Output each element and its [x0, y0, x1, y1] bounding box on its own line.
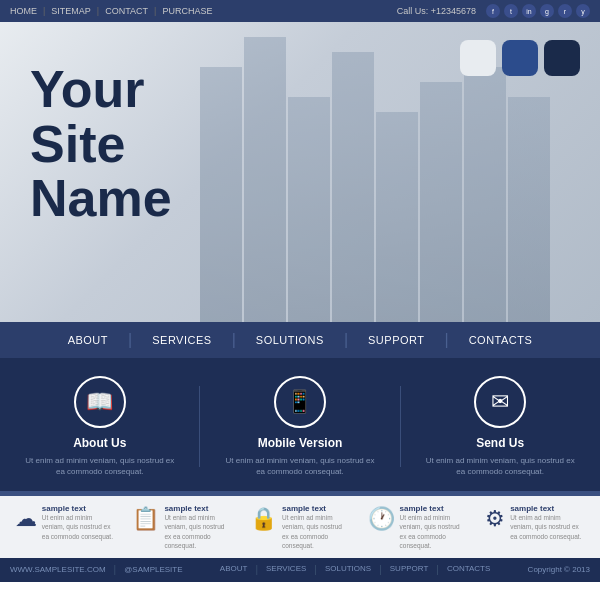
footer-sep-social: |	[114, 564, 117, 575]
main-navigation: ABOUT | SERVICES | SOLUTIONS | SUPPORT |…	[0, 322, 600, 358]
footer-copyright: Copyright © 2013	[528, 565, 590, 574]
swatch-light[interactable]	[460, 40, 496, 76]
clock-body: Ut enim ad minim veniam, quis nostrud ex…	[400, 513, 468, 549]
features-section: 📖 About Us Ut enim ad minim veniam, quis…	[0, 358, 600, 491]
mobile-text: Ut enim ad minim veniam, quis nostrud ex…	[220, 455, 380, 477]
building-6	[420, 82, 462, 322]
building-7	[464, 67, 506, 322]
title-line2: Site	[30, 117, 172, 172]
nav-solutions[interactable]: SOLUTIONS	[236, 322, 344, 358]
sep3: |	[154, 6, 156, 16]
social-youtube-icon[interactable]: y	[576, 4, 590, 18]
nav-sitemap[interactable]: SITEMAP	[51, 6, 91, 16]
social-facebook-icon[interactable]: f	[486, 4, 500, 18]
icon-item-gear: ⚙ sample text Ut enim ad minim veniam, q…	[485, 504, 585, 540]
footer-nav-services[interactable]: SERVICES	[266, 564, 306, 575]
clock-icon: 🕐	[368, 506, 395, 532]
icon-item-lock: 🔒 sample text Ut enim ad minim veniam, q…	[250, 504, 350, 549]
lock-title: sample text	[282, 504, 350, 513]
hero-section: Your Site Name	[0, 22, 600, 322]
title-line1: Your	[30, 62, 172, 117]
hero-content: Your Site Name	[30, 62, 172, 226]
social-twitter-icon[interactable]: t	[504, 4, 518, 18]
sep2: |	[97, 6, 99, 16]
nav-about[interactable]: ABOUT	[48, 322, 128, 358]
icon-item-time: 🕐 sample text Ut enim ad minim veniam, q…	[368, 504, 468, 549]
icon-item-cloud: ☁ sample text Ut enim ad minim veniam, q…	[15, 504, 115, 540]
send-title: Send Us	[476, 436, 524, 450]
feature-about: 📖 About Us Ut enim ad minim veniam, quis…	[20, 376, 180, 477]
cloud-icon: ☁	[15, 506, 37, 532]
footer-nav-solutions[interactable]: SOLUTIONS	[325, 564, 371, 575]
footer-nav: ABOUT | SERVICES | SOLUTIONS | SUPPORT |…	[220, 564, 490, 575]
gear-title: sample text	[510, 504, 585, 513]
site-title: Your Site Name	[30, 62, 172, 226]
lock-body: Ut enim ad minim veniam, quis nostrud ex…	[282, 513, 350, 549]
send-icon: ✉	[474, 376, 526, 428]
nav-services[interactable]: SERVICES	[132, 322, 231, 358]
about-title: About Us	[73, 436, 126, 450]
about-text: Ut enim ad minim veniam, quis nostrud ex…	[20, 455, 180, 477]
phone-number: Call Us: +12345678	[397, 6, 476, 16]
doc-title: sample text	[164, 504, 232, 513]
nav-home[interactable]: HOME	[10, 6, 37, 16]
feature-divider-2	[400, 386, 401, 467]
footer-nav-contacts[interactable]: CONTACTS	[447, 564, 490, 575]
top-nav[interactable]: HOME | SITEMAP | CONTACT | PURCHASE	[10, 6, 212, 16]
top-bar: HOME | SITEMAP | CONTACT | PURCHASE Call…	[0, 0, 600, 22]
footer-nav-support[interactable]: SUPPORT	[390, 564, 429, 575]
nav-purchase[interactable]: PURCHASE	[162, 6, 212, 16]
top-bar-right: Call Us: +12345678 f t in g r y	[397, 4, 590, 18]
feature-send: ✉ Send Us Ut enim ad minim veniam, quis …	[420, 376, 580, 477]
gear-body: Ut enim ad minim veniam, quis nostrud ex…	[510, 513, 585, 540]
nav-contact[interactable]: CONTACT	[105, 6, 148, 16]
sep1: |	[43, 6, 45, 16]
building-3	[288, 97, 330, 322]
footer: WWW.SAMPLESITE.COM | @SAMPLESITE ABOUT |…	[0, 558, 600, 582]
color-swatches	[460, 40, 580, 76]
swatch-dark[interactable]	[544, 40, 580, 76]
gear-icon: ⚙	[485, 506, 505, 532]
social-linkedin-icon[interactable]: in	[522, 4, 536, 18]
nav-contacts[interactable]: CONTACTS	[449, 322, 553, 358]
icons-row-section: ☁ sample text Ut enim ad minim veniam, q…	[0, 496, 600, 557]
building-2	[244, 37, 286, 322]
feature-mobile: 📱 Mobile Version Ut enim ad minim veniam…	[220, 376, 380, 477]
footer-website: WWW.SAMPLESITE.COM	[10, 565, 106, 574]
cloud-body: Ut enim ad minim veniam, quis nostrud ex…	[42, 513, 115, 540]
icon-item-doc: 📋 sample text Ut enim ad minim veniam, q…	[132, 504, 232, 549]
swatch-blue[interactable]	[502, 40, 538, 76]
building-1	[200, 67, 242, 322]
social-rss-icon[interactable]: r	[558, 4, 572, 18]
mobile-icon: 📱	[274, 376, 326, 428]
send-text: Ut enim ad minim veniam, quis nostrud ex…	[420, 455, 580, 477]
social-google-icon[interactable]: g	[540, 4, 554, 18]
about-icon: 📖	[74, 376, 126, 428]
building-4	[332, 52, 374, 322]
doc-icon: 📋	[132, 506, 159, 532]
building-8	[508, 97, 550, 322]
feature-divider-1	[199, 386, 200, 467]
lock-icon: 🔒	[250, 506, 277, 532]
doc-body: Ut enim ad minim veniam, quis nostrud ex…	[164, 513, 232, 549]
clock-title: sample text	[400, 504, 468, 513]
mobile-title: Mobile Version	[258, 436, 343, 450]
cloud-title: sample text	[42, 504, 115, 513]
building-5	[376, 112, 418, 322]
footer-nav-about[interactable]: ABOUT	[220, 564, 248, 575]
footer-social-handle: @SAMPLESITE	[124, 565, 182, 574]
title-line3: Name	[30, 171, 172, 226]
nav-support[interactable]: SUPPORT	[348, 322, 444, 358]
